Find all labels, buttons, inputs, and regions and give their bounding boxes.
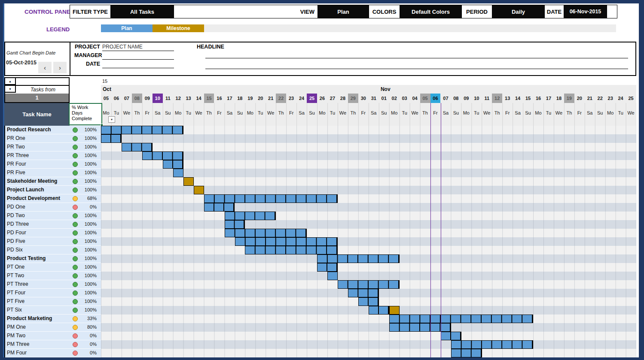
- scroll-down-button[interactable]: ▼: [4, 85, 16, 93]
- colors-value[interactable]: Default Colors: [400, 5, 461, 18]
- percent-complete-value[interactable]: 100%: [77, 220, 97, 228]
- gantt-bar-plan[interactable]: [225, 212, 276, 220]
- gantt-bar-plan[interactable]: [204, 194, 338, 203]
- gantt-bar-plan[interactable]: [225, 229, 307, 237]
- manager-field[interactable]: [102, 52, 174, 60]
- headline-field-line1[interactable]: [205, 51, 628, 58]
- gantt-bar-plan[interactable]: [369, 306, 389, 315]
- gantt-bar-milestone[interactable]: [389, 306, 400, 315]
- gantt-bar-plan[interactable]: [163, 160, 183, 169]
- gantt-bar-plan[interactable]: [142, 151, 183, 160]
- task-name-cell[interactable]: Stakeholder Meeting: [7, 177, 57, 185]
- percent-complete-value[interactable]: 100%: [77, 306, 97, 314]
- percent-complete-value[interactable]: 100%: [77, 134, 97, 142]
- task-name-cell[interactable]: PT Five: [7, 297, 24, 306]
- begin-date-forward-button[interactable]: ›: [53, 62, 67, 73]
- task-name-cell[interactable]: PT Four: [7, 289, 25, 297]
- gantt-bar-plan[interactable]: [204, 203, 235, 212]
- task-name-cell[interactable]: PT Three: [7, 280, 28, 288]
- gantt-bar-plan[interactable]: [317, 263, 338, 272]
- gantt-bar-plan[interactable]: [317, 254, 400, 263]
- headline-field-line2[interactable]: [205, 62, 628, 69]
- task-name-cell[interactable]: PD Two: [7, 212, 25, 220]
- task-name-cell[interactable]: PM Four: [7, 349, 27, 357]
- percent-complete-value[interactable]: 100%: [77, 229, 97, 237]
- gantt-bar-plan[interactable]: [348, 289, 379, 297]
- task-name-cell[interactable]: PR Four: [7, 160, 26, 168]
- gantt-bar-plan[interactable]: [225, 220, 245, 229]
- gantt-bar-plan[interactable]: [451, 349, 482, 357]
- gantt-bar-plan[interactable]: [235, 237, 338, 246]
- task-name-cell[interactable]: PD Three: [7, 220, 29, 228]
- percent-complete-value[interactable]: 100%: [77, 237, 97, 245]
- task-name-cell[interactable]: PM Two: [7, 332, 25, 340]
- date-spinner-box[interactable]: [607, 5, 617, 18]
- gantt-bar-plan[interactable]: [122, 143, 153, 151]
- percent-complete-value[interactable]: 33%: [77, 315, 97, 323]
- gantt-bar-plan[interactable]: [451, 340, 534, 349]
- filter-dropdown-button[interactable]: ▼: [108, 116, 115, 123]
- filter-type-value[interactable]: All Tasks: [111, 5, 174, 18]
- task-name-cell[interactable]: PD Four: [7, 229, 26, 237]
- percent-complete-value[interactable]: 0%: [77, 332, 97, 340]
- task-name-cell[interactable]: Product Development: [7, 194, 60, 203]
- task-name-cell[interactable]: PD Six: [7, 246, 23, 254]
- percent-complete-value[interactable]: 0%: [77, 203, 97, 211]
- task-name-cell[interactable]: PR Two: [7, 143, 25, 151]
- percent-complete-value[interactable]: 100%: [77, 212, 97, 220]
- gantt-bar-plan[interactable]: [389, 323, 451, 332]
- period-value[interactable]: Daily: [492, 5, 544, 18]
- task-name-cell[interactable]: PR Three: [7, 151, 29, 160]
- gantt-bar-plan[interactable]: [101, 134, 122, 143]
- task-name-cell[interactable]: PT Six: [7, 306, 22, 314]
- percent-complete-value[interactable]: 100%: [77, 126, 97, 134]
- gantt-bar-plan[interactable]: [389, 315, 533, 323]
- percent-complete-value[interactable]: 0%: [77, 340, 97, 348]
- task-name-cell[interactable]: PT Two: [7, 272, 24, 280]
- task-name-cell[interactable]: PD Five: [7, 237, 25, 245]
- gantt-bar-plan[interactable]: [358, 297, 379, 306]
- percent-complete-value[interactable]: 100%: [77, 297, 97, 306]
- percent-complete-value[interactable]: 100%: [77, 254, 97, 263]
- project-name-field[interactable]: PROJECT NAME: [102, 44, 174, 51]
- percent-complete-value[interactable]: 100%: [77, 186, 97, 194]
- view-value[interactable]: Plan: [318, 5, 369, 18]
- gantt-begin-date-value[interactable]: 05-Oct-2015: [6, 60, 37, 66]
- gantt-bar-plan[interactable]: [338, 280, 400, 289]
- gantt-bar-plan[interactable]: [173, 169, 183, 177]
- task-name-cell[interactable]: PR Five: [7, 169, 25, 177]
- percent-complete-value[interactable]: 100%: [77, 177, 97, 185]
- percent-complete-value[interactable]: 100%: [77, 169, 97, 177]
- percent-complete-value[interactable]: 80%: [77, 323, 97, 331]
- percent-complete-value[interactable]: 100%: [77, 280, 97, 288]
- percent-complete-header-cell[interactable]: % WorkDaysComplete: [69, 103, 102, 125]
- percent-complete-value[interactable]: 68%: [77, 194, 97, 203]
- task-name-cell[interactable]: PT One: [7, 263, 24, 271]
- task-name-cell[interactable]: PM Three: [7, 340, 29, 348]
- gantt-bar-plan[interactable]: [101, 126, 183, 134]
- gantt-bar-plan[interactable]: [327, 272, 338, 280]
- percent-complete-value[interactable]: 100%: [77, 160, 97, 168]
- task-name-cell[interactable]: PR One: [7, 134, 25, 142]
- percent-complete-value[interactable]: 100%: [77, 151, 97, 160]
- date-value[interactable]: 06-Nov-2015: [564, 5, 607, 18]
- task-name-cell[interactable]: Product Marketing: [7, 315, 52, 323]
- task-name-cell[interactable]: PM One: [7, 323, 26, 331]
- percent-complete-value[interactable]: 100%: [77, 143, 97, 151]
- begin-date-back-button[interactable]: ‹: [38, 62, 52, 73]
- task-name-cell[interactable]: Product Testing: [7, 254, 46, 263]
- project-date-field[interactable]: [102, 61, 174, 68]
- scroll-up-button[interactable]: ▲: [4, 77, 16, 85]
- gantt-bar-milestone[interactable]: [183, 177, 194, 186]
- task-name-cell[interactable]: Project Launch: [7, 186, 44, 194]
- gantt-bar-plan[interactable]: [441, 332, 461, 340]
- gantt-bar-plan[interactable]: [245, 246, 338, 254]
- percent-complete-value[interactable]: 100%: [77, 272, 97, 280]
- task-name-cell[interactable]: Product Research: [7, 126, 51, 134]
- percent-complete-value[interactable]: 100%: [77, 263, 97, 271]
- task-name-cell[interactable]: PD One: [7, 203, 25, 211]
- percent-complete-value[interactable]: 0%: [77, 349, 97, 357]
- percent-complete-value[interactable]: 100%: [77, 289, 97, 297]
- percent-complete-value[interactable]: 100%: [77, 246, 97, 254]
- gantt-bar-milestone[interactable]: [194, 186, 204, 194]
